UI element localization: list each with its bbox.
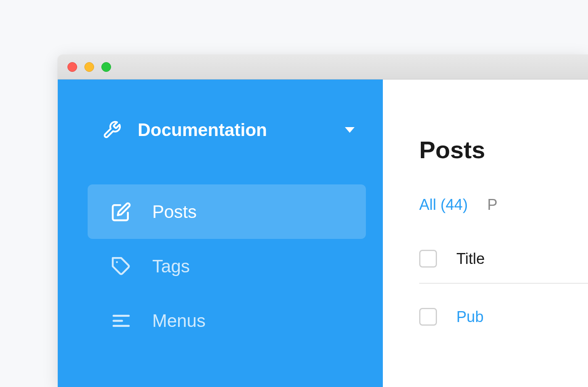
tag-icon [111, 256, 131, 276]
site-selector[interactable]: Documentation [58, 120, 383, 140]
sidebar: Documentation Posts [58, 79, 383, 387]
filter-next-partial[interactable]: P [487, 196, 497, 213]
select-all-checkbox[interactable] [419, 250, 437, 268]
menu-icon [111, 311, 131, 331]
sidebar-item-label: Tags [152, 256, 190, 276]
row-title[interactable]: Pub [456, 308, 484, 326]
sidebar-item-menus[interactable]: Menus [88, 293, 366, 348]
table-row[interactable]: Pub [419, 308, 588, 326]
post-filters: All (44) P [419, 196, 588, 213]
app-window: Documentation Posts [58, 54, 588, 387]
main-content: Posts All (44) P Title Pub [383, 79, 588, 387]
row-checkbox[interactable] [419, 308, 437, 326]
page-title: Posts [419, 136, 588, 164]
column-header-title: Title [456, 250, 485, 268]
chevron-down-icon [345, 127, 355, 133]
sidebar-nav: Posts Tags [58, 184, 383, 348]
window-maximize-button[interactable] [101, 62, 111, 72]
window-minimize-button[interactable] [84, 62, 94, 72]
window-close-button[interactable] [67, 62, 77, 72]
edit-icon [111, 202, 131, 222]
sidebar-item-posts[interactable]: Posts [88, 184, 366, 239]
filter-all[interactable]: All (44) [419, 196, 468, 213]
window-titlebar [58, 54, 588, 79]
sidebar-item-label: Menus [152, 311, 206, 331]
table-header: Title [419, 250, 588, 284]
site-name: Documentation [138, 120, 345, 140]
wrench-icon [102, 120, 122, 140]
sidebar-item-tags[interactable]: Tags [88, 239, 366, 293]
window-content: Documentation Posts [58, 79, 588, 387]
sidebar-item-label: Posts [152, 202, 197, 222]
